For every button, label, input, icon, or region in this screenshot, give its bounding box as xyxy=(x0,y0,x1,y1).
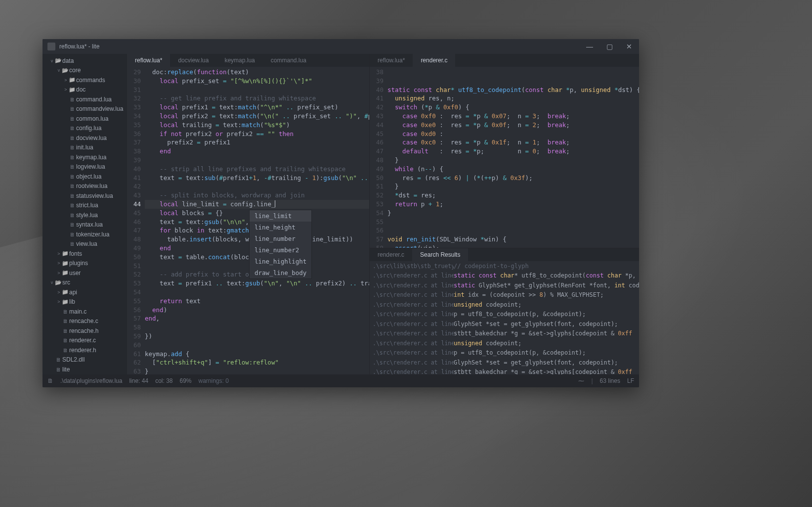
maximize-button[interactable]: ▢ xyxy=(599,39,619,54)
search-result-code: p = utf8_to_codepoint(p, &codepoint); xyxy=(454,349,586,356)
file-icon xyxy=(68,174,76,180)
search-tab-bar[interactable]: renderer.cSearch Results xyxy=(370,248,639,261)
tree-item-lite[interactable]: lite xyxy=(43,365,127,374)
tree-item-rencache-h[interactable]: rencache.h xyxy=(43,326,127,336)
left-tab-reflow-lua-[interactable]: reflow.lua* xyxy=(127,54,170,67)
right-tab-bar[interactable]: reflow.lua*renderer.c xyxy=(370,54,639,67)
right-code[interactable]: static const char* utf8_to_codepoint(con… xyxy=(387,67,639,248)
tree-item-label: docview.lua xyxy=(76,135,107,141)
tree-item-commands[interactable]: >commands xyxy=(43,75,127,85)
tree-item-api[interactable]: >api xyxy=(43,287,127,297)
search-result-row[interactable]: .\src\renderer.c at line 327 (col 12): u… xyxy=(370,338,639,348)
file-tree[interactable]: vdatavcore>commands>doccommand.luacomman… xyxy=(43,54,127,374)
tree-item-statusview-lua[interactable]: statusview.lua xyxy=(43,191,127,201)
search-result-row[interactable]: .\src\renderer.c at line 147 (col 50):st… xyxy=(370,280,639,290)
search-result-row[interactable]: .\src\renderer.c at line 41 (col 28):sta… xyxy=(370,271,639,281)
close-button[interactable]: ✕ xyxy=(619,39,639,54)
search-result-row[interactable]: .\src\renderer.c at line 330 (col 40): G… xyxy=(370,358,639,368)
left-code-area[interactable]: 2930313233343536373839404142434445464748… xyxy=(127,67,369,374)
tree-item-core[interactable]: vcore xyxy=(43,66,127,76)
tree-item-view-lua[interactable]: view.lua xyxy=(43,239,127,249)
tree-item-renderer-h[interactable]: renderer.h xyxy=(43,345,127,355)
status-line: line: 44 xyxy=(129,377,148,384)
graph-icon[interactable]: ⁓ xyxy=(578,377,584,384)
autocomplete-popup[interactable]: line_limitline_heightline_numberline_num… xyxy=(249,210,312,279)
tree-item-doc[interactable]: >doc xyxy=(43,85,127,95)
tree-item-docview-lua[interactable]: docview.lua xyxy=(43,133,127,143)
tree-item-init-lua[interactable]: init.lua xyxy=(43,143,127,153)
left-tab-keymap-lua[interactable]: keymap.lua xyxy=(216,54,262,67)
left-tab-command-lua[interactable]: command.lua xyxy=(263,54,314,67)
titlebar[interactable]: reflow.lua* - lite — ▢ ✕ xyxy=(43,39,639,54)
right-code-area[interactable]: 3839404142434445464748495051525354555657… xyxy=(370,67,639,248)
tree-item-fonts[interactable]: >fonts xyxy=(43,249,127,259)
tree-item-user[interactable]: >user xyxy=(43,268,127,278)
search-result-row[interactable]: .\src\renderer.c at line 222 (col 12): u… xyxy=(370,300,639,310)
tree-item-keymap-lua[interactable]: keymap.lua xyxy=(43,152,127,162)
search-result-row[interactable]: .\src\renderer.c at line 148 (col 14): i… xyxy=(370,290,639,300)
tree-item-src[interactable]: vsrc xyxy=(43,278,127,288)
tree-item-rootview-lua[interactable]: rootview.lua xyxy=(43,182,127,191)
search-tab-Search-Results[interactable]: Search Results xyxy=(412,248,468,261)
tree-item-SDL2-dll[interactable]: SDL2.dll xyxy=(43,355,127,365)
tree-item-style-lua[interactable]: style.lua xyxy=(43,210,127,220)
tree-item-label: view.lua xyxy=(76,240,97,247)
tree-item-tokenizer-lua[interactable]: tokenizer.lua xyxy=(43,230,127,239)
file-icon xyxy=(68,154,76,160)
left-tab-bar[interactable]: reflow.lua*docview.luakeymap.luacommand.… xyxy=(127,54,369,67)
tree-item-label: rencache.c xyxy=(69,318,98,324)
search-panel: renderer.cSearch Results .\src\lib\stb\s… xyxy=(370,248,639,374)
search-result-code: unsigned codepoint; xyxy=(454,340,521,347)
tree-item-object-lua[interactable]: object.lua xyxy=(43,172,127,182)
right-tab-renderer-c[interactable]: renderer.c xyxy=(413,54,455,67)
folder-icon xyxy=(61,270,69,276)
right-gutter: 3839404142434445464748495051525354555657… xyxy=(370,67,387,248)
autocomplete-item[interactable]: draw_line_body xyxy=(250,267,311,278)
search-result-row[interactable]: .\src\renderer.c at line 225 (col 40): G… xyxy=(370,319,639,329)
search-result-code: p = utf8_to_codepoint(p, &codepoint); xyxy=(454,311,586,318)
right-tab-reflow-lua-[interactable]: reflow.lua* xyxy=(370,54,413,67)
search-result-row[interactable]: .\src\renderer.c at line 331 (col 39): s… xyxy=(370,368,639,375)
search-result-location: .\src\renderer.c at line 225 (col 40): xyxy=(370,321,454,327)
tree-item-lib[interactable]: >lib xyxy=(43,297,127,307)
tree-item-label: strict.lua xyxy=(76,202,98,209)
search-tab-renderer-c[interactable]: renderer.c xyxy=(370,248,412,261)
tree-item-command-lua[interactable]: command.lua xyxy=(43,94,127,104)
minimize-button[interactable]: — xyxy=(580,39,599,54)
tree-item-plugins[interactable]: >plugins xyxy=(43,259,127,269)
autocomplete-item[interactable]: line_limit xyxy=(250,210,311,222)
tree-item-renderer-c[interactable]: renderer.c xyxy=(43,336,127,346)
tree-item-strict-lua[interactable]: strict.lua xyxy=(43,201,127,211)
tree-item-data[interactable]: vdata xyxy=(43,56,127,66)
folder-icon xyxy=(61,289,69,295)
autocomplete-item[interactable]: line_highlight xyxy=(250,256,311,267)
search-results-list[interactable]: .\src\lib\stb\stb_truetype.h at line 480… xyxy=(370,261,639,374)
tree-item-label: doc xyxy=(76,86,85,93)
search-result-location: .\src\renderer.c at line 327 (col 12): xyxy=(370,340,454,347)
tree-item-config-lua[interactable]: config.lua xyxy=(43,124,127,134)
tree-item-syntax-lua[interactable]: syntax.lua xyxy=(43,220,127,230)
autocomplete-item[interactable]: line_number xyxy=(250,233,311,244)
file-icon xyxy=(61,318,69,324)
tree-item-commandview-lua[interactable]: commandview.lua xyxy=(43,104,127,114)
tree-item-logview-lua[interactable]: logview.lua xyxy=(43,162,127,172)
autocomplete-item[interactable]: line_number2 xyxy=(250,244,311,256)
file-icon xyxy=(68,202,76,208)
status-col: col: 38 xyxy=(155,377,172,384)
tree-item-rencache-c[interactable]: rencache.c xyxy=(43,317,127,326)
search-result-row[interactable]: .\src\renderer.c at line 224 (col 17): p… xyxy=(370,310,639,320)
tree-item-label: commandview.lua xyxy=(76,105,123,112)
tree-item-main-c[interactable]: main.c xyxy=(43,307,127,317)
tree-item-common-lua[interactable]: common.lua xyxy=(43,114,127,124)
search-result-row[interactable]: .\src\renderer.c at line 226 (col 39): s… xyxy=(370,329,639,339)
file-icon xyxy=(68,135,76,141)
search-result-code: unsigned codepoint; xyxy=(454,301,521,308)
left-tab-docview-lua[interactable]: docview.lua xyxy=(170,54,216,67)
autocomplete-item[interactable]: line_height xyxy=(250,222,311,233)
folder-icon xyxy=(68,77,76,83)
search-result-location: .\src\renderer.c at line 222 (col 12): xyxy=(370,301,454,308)
search-result-row[interactable]: .\src\renderer.c at line 329 (col 17): p… xyxy=(370,348,639,358)
search-result-row[interactable]: .\src\lib\stb\stb_truetype.h at line 480… xyxy=(370,261,639,271)
tree-item-label: object.lua xyxy=(76,173,101,180)
folder-icon xyxy=(61,250,69,257)
